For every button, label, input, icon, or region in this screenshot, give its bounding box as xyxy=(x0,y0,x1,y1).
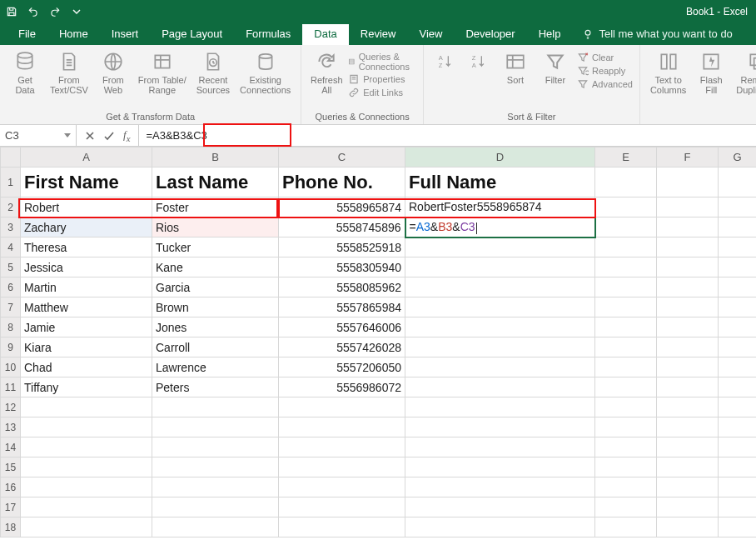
cell-E14[interactable] xyxy=(595,438,657,458)
col-header-E[interactable]: E xyxy=(595,148,657,168)
cell-E1[interactable] xyxy=(595,168,657,198)
cell-D9[interactable] xyxy=(405,338,595,358)
cell-E4[interactable] xyxy=(595,238,657,258)
cell-C18[interactable] xyxy=(279,518,405,538)
sort-asc-button[interactable]: AZ xyxy=(430,48,460,90)
col-header-G[interactable]: G xyxy=(719,148,757,168)
cell-C17[interactable] xyxy=(279,498,405,518)
existing-connections-button[interactable]: Existing Connections xyxy=(236,48,294,97)
cell-E11[interactable] xyxy=(595,378,657,398)
col-header-D[interactable]: D xyxy=(405,148,595,168)
cell-G18[interactable] xyxy=(719,518,757,538)
row-header[interactable]: 5 xyxy=(1,258,21,278)
cell-B3[interactable]: Rios xyxy=(152,218,279,238)
cell-E18[interactable] xyxy=(595,518,657,538)
cell-E13[interactable] xyxy=(595,418,657,438)
cell-F1[interactable] xyxy=(657,168,719,198)
row-header[interactable]: 11 xyxy=(1,378,21,398)
cell-D3[interactable]: =A3&B3&C3 xyxy=(405,218,595,238)
cell-G6[interactable] xyxy=(719,278,757,298)
cell-D6[interactable] xyxy=(405,278,595,298)
cell-B5[interactable]: Kane xyxy=(152,258,279,278)
cell-E17[interactable] xyxy=(595,498,657,518)
cell-G5[interactable] xyxy=(719,258,757,278)
cell-A13[interactable] xyxy=(21,418,152,438)
cell-F2[interactable] xyxy=(657,198,719,218)
cell-G16[interactable] xyxy=(719,478,757,498)
row-header[interactable]: 2 xyxy=(1,198,21,218)
cell-D2[interactable]: RobertFoster5558965874 xyxy=(405,198,595,218)
cell-G7[interactable] xyxy=(719,298,757,318)
sort-button[interactable]: Sort xyxy=(497,48,534,90)
cell-E16[interactable] xyxy=(595,478,657,498)
cell-A9[interactable]: Kiara xyxy=(21,338,152,358)
fx-icon[interactable]: fx xyxy=(123,128,130,143)
col-header-A[interactable]: A xyxy=(21,148,152,168)
cell-C4[interactable]: 5558525918 xyxy=(279,238,405,258)
cell-A3[interactable]: Zachary xyxy=(21,218,152,238)
cell-D11[interactable] xyxy=(405,378,595,398)
cell-B7[interactable]: Brown xyxy=(152,298,279,318)
cell-E3[interactable] xyxy=(595,218,657,238)
cell-B4[interactable]: Tucker xyxy=(152,238,279,258)
cell-D16[interactable] xyxy=(405,478,595,498)
cell-D5[interactable] xyxy=(405,258,595,278)
clear-filter-item[interactable]: Clear xyxy=(577,52,633,63)
from-textcsv-button[interactable]: From Text/CSV xyxy=(47,48,92,97)
cell-F14[interactable] xyxy=(657,438,719,458)
row-header[interactable]: 14 xyxy=(1,438,21,458)
row-header[interactable]: 6 xyxy=(1,278,21,298)
get-data-button[interactable]: Get Data xyxy=(7,48,43,97)
from-web-button[interactable]: From Web xyxy=(95,48,132,97)
cell-F10[interactable] xyxy=(657,358,719,378)
row-header[interactable]: 10 xyxy=(1,358,21,378)
advanced-filter-item[interactable]: Advanced xyxy=(577,78,633,90)
enter-formula-icon[interactable] xyxy=(103,131,115,141)
qat-customize-icon[interactable] xyxy=(70,5,83,18)
cell-E9[interactable] xyxy=(595,338,657,358)
cell-G1[interactable] xyxy=(719,168,757,198)
tab-view[interactable]: View xyxy=(407,24,454,45)
cell-D13[interactable] xyxy=(405,418,595,438)
cell-G13[interactable] xyxy=(719,418,757,438)
row-header[interactable]: 13 xyxy=(1,418,21,438)
row-header[interactable]: 15 xyxy=(1,458,21,478)
cell-E12[interactable] xyxy=(595,398,657,418)
cell-C10[interactable]: 5557206050 xyxy=(279,358,405,378)
text-to-columns-button[interactable]: Text to Columns xyxy=(647,48,689,97)
cell-D1[interactable]: Full Name xyxy=(405,168,595,198)
cell-F4[interactable] xyxy=(657,238,719,258)
row-header[interactable]: 7 xyxy=(1,298,21,318)
cell-A12[interactable] xyxy=(21,398,152,418)
cell-B9[interactable]: Carroll xyxy=(152,338,279,358)
cell-C1[interactable]: Phone No. xyxy=(279,168,405,198)
cell-C5[interactable]: 5558305940 xyxy=(279,258,405,278)
cell-B12[interactable] xyxy=(152,398,279,418)
cell-B10[interactable]: Lawrence xyxy=(152,358,279,378)
cell-A14[interactable] xyxy=(21,438,152,458)
cell-A16[interactable] xyxy=(21,478,152,498)
refresh-all-button[interactable]: Refresh All xyxy=(308,48,345,98)
tab-insert[interactable]: Insert xyxy=(100,24,151,45)
row-header[interactable]: 16 xyxy=(1,478,21,498)
cell-C13[interactable] xyxy=(279,418,405,438)
cell-F7[interactable] xyxy=(657,298,719,318)
cell-F15[interactable] xyxy=(657,458,719,478)
cell-B17[interactable] xyxy=(152,498,279,518)
row-header[interactable]: 4 xyxy=(1,238,21,258)
cell-F12[interactable] xyxy=(657,398,719,418)
cell-B13[interactable] xyxy=(152,418,279,438)
cell-D14[interactable] xyxy=(405,438,595,458)
col-header-C[interactable]: C xyxy=(279,148,405,168)
cell-C11[interactable]: 5556986072 xyxy=(279,378,405,398)
cell-C6[interactable]: 5558085962 xyxy=(279,278,405,298)
row-header[interactable]: 17 xyxy=(1,498,21,518)
cell-F3[interactable] xyxy=(657,218,719,238)
cell-F6[interactable] xyxy=(657,278,719,298)
tab-file[interactable]: File xyxy=(7,24,47,45)
cell-A8[interactable]: Jamie xyxy=(21,318,152,338)
sort-desc-button[interactable]: ZA xyxy=(464,48,494,90)
cell-B16[interactable] xyxy=(152,478,279,498)
col-header-B[interactable]: B xyxy=(152,148,279,168)
cell-C12[interactable] xyxy=(279,398,405,418)
